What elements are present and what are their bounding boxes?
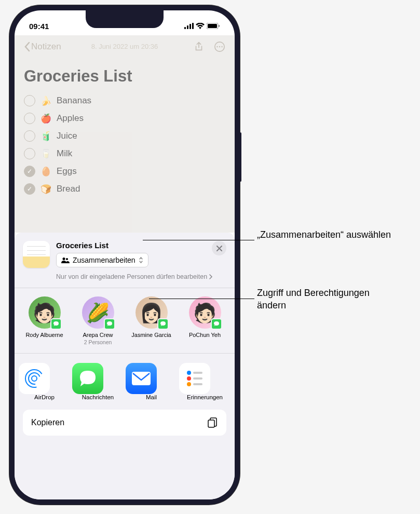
checklist-item[interactable]: 🧃Juice [24, 130, 225, 142]
contact-avatar: 👩🏻 [136, 296, 168, 329]
messages-badge-icon [104, 318, 115, 330]
checkbox-icon[interactable] [24, 148, 35, 159]
phone-frame: 09:41 Notizen [9, 5, 240, 505]
item-emoji: 🥚 [40, 166, 51, 177]
share-app-target[interactable]: Nachrichten [72, 363, 124, 400]
svg-rect-22 [193, 383, 202, 385]
share-app-target[interactable]: Mail [126, 363, 177, 400]
svg-point-18 [187, 376, 191, 381]
notch [86, 10, 164, 28]
svg-point-12 [66, 258, 68, 260]
share-app-target[interactable]: Erinnerungen [179, 363, 231, 400]
collaborate-label: Zusammenarbeiten [73, 256, 136, 264]
battery-icon [207, 22, 220, 31]
copy-label: Kopieren [31, 418, 64, 427]
copy-action[interactable]: Kopieren [23, 410, 226, 436]
erinnerungen-app-icon [179, 363, 231, 394]
item-emoji: 🍌 [40, 96, 51, 106]
contact-avatar: 🧑🏻 [29, 296, 61, 329]
item-text: Bananas [57, 96, 91, 106]
collaborate-selector[interactable]: Zusammenarbeiten [56, 253, 148, 267]
contact-target[interactable]: 🧑🏻PoChun Yeh [179, 296, 231, 346]
callout-line-1 [143, 240, 254, 240]
close-icon [216, 246, 222, 251]
item-text: Milk [57, 148, 72, 159]
svg-point-17 [187, 371, 191, 375]
app-label: AirDrop [19, 394, 70, 400]
permissions-row[interactable]: Nur von dir eingeladene Personen dürfen … [15, 271, 235, 288]
svg-point-14 [29, 373, 40, 384]
signal-icon [184, 22, 194, 31]
contact-name: Arepa Crew [72, 332, 124, 339]
airdrop-app-icon [19, 363, 70, 394]
svg-rect-6 [219, 25, 220, 27]
svg-rect-1 [187, 25, 188, 29]
notes-background: Notizen 8. Juni 2022 um 20:36 Groceries … [15, 35, 235, 233]
checklist-item[interactable]: ✓🍞Bread [24, 183, 225, 195]
contact-target[interactable]: 👩🏻Jasmine Garcia [126, 296, 177, 346]
contact-name: Jasmine Garcia [126, 332, 177, 339]
contacts-row: 🧑🏻Rody Albuerne🌽Arepa Crew2 Personen👩🏻Ja… [15, 288, 235, 354]
sheet-title: Groceries List [56, 241, 206, 250]
callout-collaborate: „Zusammenarbeiten“ auswählen [257, 228, 408, 241]
messages-badge-icon [211, 318, 222, 330]
messages-badge-icon [50, 318, 62, 330]
screen: 09:41 Notizen [15, 10, 235, 499]
svg-rect-5 [208, 24, 217, 28]
updown-chevron-icon [139, 256, 143, 264]
svg-rect-21 [193, 377, 202, 380]
svg-rect-3 [192, 23, 194, 29]
svg-point-11 [63, 258, 65, 260]
apps-row: AirDropNachrichtenMailErinnerungen [15, 354, 235, 410]
item-text: Bread [57, 184, 80, 194]
contact-avatar: 🧑🏻 [189, 296, 221, 329]
svg-point-13 [32, 376, 37, 381]
item-text: Juice [57, 131, 77, 141]
chevron-right-icon [209, 274, 213, 279]
nachrichten-app-icon [72, 363, 124, 394]
callout-permissions: Zugriff und Berechtigungen ändern [257, 287, 387, 312]
checklist-item[interactable]: ✓🥚Eggs [24, 166, 225, 177]
permissions-text: Nur von dir eingeladene Personen dürfen … [56, 273, 207, 280]
status-time: 09:41 [29, 22, 49, 31]
svg-point-19 [187, 382, 191, 386]
contact-name: PoChun Yeh [179, 332, 231, 339]
contact-name: Rody Albuerne [19, 332, 70, 339]
app-label: Mail [126, 394, 177, 400]
copy-icon [207, 417, 218, 428]
item-emoji: 🥛 [40, 148, 51, 159]
notes-app-icon [23, 241, 50, 268]
contact-target[interactable]: 🌽Arepa Crew2 Personen [72, 296, 124, 346]
svg-rect-20 [193, 372, 202, 374]
app-label: Nachrichten [72, 394, 124, 400]
contact-target[interactable]: 🧑🏻Rody Albuerne [19, 296, 70, 346]
messages-badge-icon [157, 318, 169, 330]
side-button [239, 132, 241, 182]
item-emoji: 🍎 [40, 113, 51, 124]
checklist-item[interactable]: 🍎Apples [24, 113, 225, 124]
item-text: Eggs [57, 166, 77, 177]
people-icon [61, 257, 70, 263]
share-app-target[interactable]: AirDrop [19, 363, 70, 400]
wifi-icon [196, 22, 205, 31]
checkbox-icon[interactable] [24, 130, 35, 142]
checklist-item[interactable]: 🥛Milk [24, 148, 225, 159]
item-emoji: 🧃 [40, 131, 51, 142]
contact-avatar: 🌽 [82, 296, 114, 329]
svg-rect-23 [208, 420, 214, 427]
item-emoji: 🍞 [40, 184, 51, 195]
checkbox-icon[interactable] [24, 95, 35, 106]
contact-subtitle: 2 Personen [72, 339, 124, 346]
note-title: Groceries List [24, 67, 225, 86]
svg-rect-16 [132, 372, 151, 385]
share-sheet: Groceries List Zusammenarbeiten Nur von … [15, 233, 235, 499]
svg-rect-0 [184, 27, 186, 29]
checkbox-checked-icon[interactable]: ✓ [24, 183, 35, 195]
callout-line-2 [149, 299, 254, 299]
close-button[interactable] [212, 241, 226, 255]
checklist-item[interactable]: 🍌Bananas [24, 95, 225, 106]
mail-app-icon [126, 363, 177, 394]
checkbox-icon[interactable] [24, 113, 35, 124]
item-text: Apples [57, 113, 84, 124]
checkbox-checked-icon[interactable]: ✓ [24, 166, 35, 177]
